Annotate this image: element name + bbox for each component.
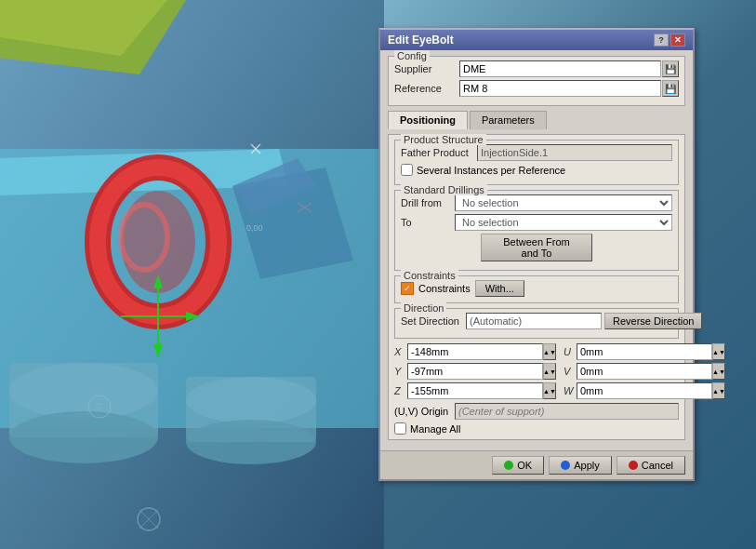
reverse-direction-button[interactable]: Reverse Direction	[604, 313, 702, 329]
several-instances-row: Several Instances per Reference	[401, 164, 672, 176]
manage-all-label: Manage All	[410, 423, 460, 435]
z-label: Z	[394, 385, 407, 396]
w-coord-row: W ▲▼	[564, 382, 725, 399]
to-label: To	[401, 217, 455, 228]
direction-section-label: Direction	[401, 302, 446, 314]
z-spinner[interactable]: ▲▼	[543, 382, 556, 399]
origin-input[interactable]	[455, 403, 679, 420]
positioning-tab-content: Product Structure Father Product Several…	[388, 134, 685, 440]
x-coord-row: X ▲▼	[394, 343, 556, 360]
several-instances-label: Several Instances per Reference	[417, 165, 565, 176]
w-label: W	[564, 385, 577, 396]
y-input-wrap: ▲▼	[407, 363, 556, 380]
father-product-input[interactable]	[477, 144, 672, 161]
reference-icon-btn[interactable]: 💾	[662, 80, 679, 97]
constraints-label: Constraints	[418, 283, 471, 294]
w-spinner[interactable]: ▲▼	[712, 382, 725, 399]
y-label: Y	[394, 366, 407, 377]
manage-all-row: Manage All	[394, 422, 679, 435]
origin-label: (U,V) Origin	[394, 406, 455, 417]
svg-text:0,00: 0,00	[246, 223, 263, 233]
svg-point-7	[9, 411, 158, 463]
reference-field-wrap: 💾	[459, 80, 679, 97]
supplier-row: Supplier 💾	[394, 60, 679, 77]
v-input[interactable]	[577, 363, 712, 380]
y-spinner[interactable]: ▲▼	[543, 363, 556, 380]
standard-drillings-section: Standard Drillings Drill from No selecti…	[394, 190, 679, 271]
cancel-button[interactable]: Cancel	[617, 456, 685, 475]
x-input[interactable]	[407, 343, 543, 360]
dialog-body: Config Supplier 💾 Reference 💾 Positionin…	[380, 50, 693, 450]
father-product-row: Father Product	[401, 144, 672, 161]
reference-label: Reference	[394, 83, 459, 94]
tab-positioning[interactable]: Positioning	[388, 111, 468, 129]
titlebar-buttons: ? ✕	[654, 33, 685, 47]
to-select[interactable]: No selection	[455, 214, 672, 231]
between-from-to-button[interactable]: Between From and To	[481, 234, 592, 261]
product-structure-label: Product Structure	[401, 134, 486, 145]
u-label: U	[564, 346, 577, 357]
x-input-wrap: ▲▼	[407, 343, 556, 360]
w-input[interactable]	[577, 382, 712, 399]
direction-section: Direction Set Direction Reverse Directio…	[394, 308, 679, 339]
v-input-wrap: ▲▼	[577, 363, 725, 380]
cancel-label: Cancel	[642, 460, 673, 471]
constraints-section: Constraints ✓ Constraints With...	[394, 275, 679, 303]
v-label: V	[564, 366, 577, 377]
v-spinner[interactable]: ▲▼	[712, 363, 725, 380]
dialog-footer: OK Apply Cancel	[380, 450, 693, 479]
supplier-icon-btn[interactable]: 💾	[662, 60, 679, 77]
supplier-field-wrap: 💾	[459, 60, 679, 77]
cad-scene: © 0,00	[0, 0, 384, 549]
origin-row: (U,V) Origin	[394, 403, 679, 420]
set-direction-input[interactable]	[466, 313, 602, 329]
config-section: Config Supplier 💾 Reference 💾	[388, 56, 685, 106]
reference-row: Reference 💾	[394, 80, 679, 97]
u-input[interactable]	[577, 343, 712, 360]
w-input-wrap: ▲▼	[577, 382, 725, 399]
z-input-wrap: ▲▼	[407, 382, 556, 399]
dialog-title: Edit EyeBolt	[388, 33, 454, 47]
supplier-input[interactable]	[459, 60, 661, 77]
y-coord-row: Y ▲▼	[394, 363, 556, 380]
ok-button[interactable]: OK	[492, 456, 544, 475]
ok-label: OK	[517, 460, 532, 471]
ok-circle-icon	[504, 461, 513, 470]
manage-all-checkbox[interactable]	[394, 422, 406, 435]
x-label: X	[394, 346, 407, 357]
apply-button[interactable]: Apply	[549, 456, 612, 475]
x-spinner[interactable]: ▲▼	[543, 343, 556, 360]
edit-eyebolt-dialog: Edit EyeBolt ? ✕ Config Supplier 💾 Refer…	[378, 28, 695, 481]
drill-from-row: Drill from No selection	[401, 194, 672, 211]
dialog-titlebar: Edit EyeBolt ? ✕	[380, 30, 693, 50]
standard-drillings-label: Standard Drillings	[401, 184, 487, 195]
close-button[interactable]: ✕	[670, 33, 685, 47]
constraints-section-label: Constraints	[401, 270, 458, 281]
reference-input[interactable]	[459, 80, 661, 97]
help-button[interactable]: ?	[654, 33, 669, 47]
apply-label: Apply	[574, 460, 600, 471]
z-coord-row: Z ▲▼	[394, 382, 556, 399]
drill-from-select[interactable]: No selection	[455, 194, 672, 211]
drill-from-label: Drill from	[401, 197, 455, 208]
config-section-label: Config	[394, 50, 430, 61]
y-input[interactable]	[407, 363, 543, 380]
constraints-check-icon: ✓	[401, 282, 414, 295]
direction-row: Set Direction Reverse Direction	[401, 313, 672, 329]
svg-point-10	[186, 420, 316, 464]
u-spinner[interactable]: ▲▼	[712, 343, 725, 360]
coordinates-grid: X ▲▼ U ▲▼ Y	[394, 343, 679, 399]
v-coord-row: V ▲▼	[564, 363, 725, 380]
to-row: To No selection	[401, 214, 672, 231]
set-direction-label: Set Direction	[401, 315, 466, 327]
u-input-wrap: ▲▼	[577, 343, 725, 360]
constraints-row: ✓ Constraints With...	[401, 280, 672, 297]
apply-circle-icon	[561, 461, 570, 470]
several-instances-checkbox[interactable]	[401, 164, 413, 176]
father-product-label: Father Product	[401, 147, 477, 158]
z-input[interactable]	[407, 382, 543, 399]
tab-parameters[interactable]: Parameters	[470, 111, 547, 129]
svg-text:©: ©	[96, 402, 103, 412]
with-button[interactable]: With...	[475, 280, 524, 297]
u-coord-row: U ▲▼	[564, 343, 725, 360]
